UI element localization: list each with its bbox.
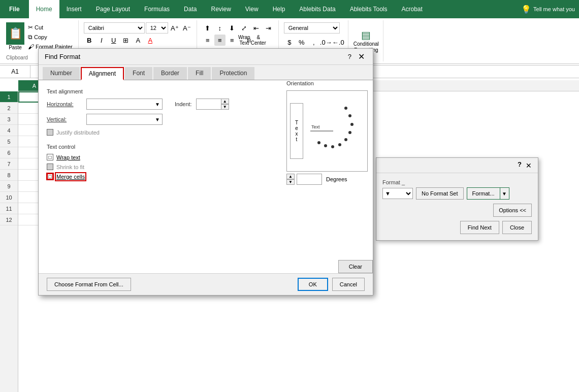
copy-btn[interactable]: ⧉ Copy [26, 33, 74, 41]
format-btn-dropdown[interactable]: ▼ [500, 187, 509, 200]
decrease-font-btn[interactable]: A⁻ [181, 22, 192, 34]
svg-point-3 [348, 131, 351, 134]
justify-distributed-checkbox[interactable] [47, 129, 53, 136]
bold-btn[interactable]: B [84, 35, 95, 46]
row-num-4[interactable]: 4 [0, 125, 18, 136]
tab-formulas[interactable]: Formulas [137, 0, 177, 18]
find-replace-close-btn[interactable]: ✕ [524, 160, 534, 171]
indent-up-btn[interactable]: ▲ [221, 99, 229, 104]
tab-file[interactable]: File [0, 0, 29, 18]
degrees-spinner: ▲ ▼ [286, 174, 295, 185]
degrees-up-btn[interactable]: ▲ [286, 174, 295, 179]
row-num-5[interactable]: 5 [0, 136, 18, 147]
indent-down-btn[interactable]: ▼ [221, 104, 229, 110]
increase-decimal-btn[interactable]: .0→ [320, 37, 332, 48]
find-format-close-btn[interactable]: ✕ [356, 51, 367, 62]
tab-data[interactable]: Data [177, 0, 204, 18]
tab-alignment[interactable]: Alignment [81, 67, 124, 80]
degrees-down-btn[interactable]: ▼ [286, 179, 295, 185]
number-format-select[interactable]: General [284, 22, 340, 34]
align-middle-btn[interactable]: ↕ [214, 22, 226, 34]
decrease-decimal-btn[interactable]: ←.0 [333, 37, 344, 48]
tab-ablebits-tools[interactable]: Ablebits Tools [343, 0, 395, 18]
tab-insert[interactable]: Insert [59, 0, 89, 18]
tab-ablebits-data[interactable]: Ablebits Data [292, 0, 342, 18]
align-left-btn[interactable]: ≡ [202, 35, 213, 46]
align-center-btn[interactable]: ≡ [214, 35, 226, 46]
find-next-btn[interactable]: Find Next [460, 221, 499, 234]
tab-insert-label: Insert [67, 6, 82, 13]
vertical-align-dropdown[interactable]: ▼ [86, 114, 163, 125]
choose-format-from-cell-btn[interactable]: Choose Format From Cell... [47, 278, 131, 291]
cut-btn[interactable]: ✂ Cut [26, 23, 74, 31]
row-num-2[interactable]: 2 [0, 103, 18, 114]
tab-help[interactable]: Help [266, 0, 293, 18]
merge-center-btn[interactable]: ⊟ & Center [251, 35, 262, 46]
tab-review[interactable]: Review [204, 0, 238, 18]
cancel-btn[interactable]: Cancel [332, 278, 365, 291]
row-num-7[interactable]: 7 [0, 158, 18, 170]
row-num-1[interactable]: 1 [0, 91, 18, 103]
find-format-question-btn[interactable]: ? [348, 53, 351, 60]
shrink-to-fit-checkbox[interactable] [47, 164, 53, 170]
close-dialog-btn[interactable]: Close [502, 221, 532, 234]
clear-btn[interactable]: Clear [338, 260, 373, 273]
wrap-text-checkbox[interactable]: □ [47, 154, 53, 160]
row-num-6[interactable]: 6 [0, 147, 18, 158]
font-color-btn[interactable]: A [145, 35, 156, 46]
align-right-btn[interactable]: ≡ [227, 35, 238, 46]
indent-input[interactable] [196, 99, 221, 110]
tab-page-layout[interactable]: Page Layout [89, 0, 137, 18]
tab-view[interactable]: View [238, 0, 266, 18]
row-num-9[interactable]: 9 [0, 181, 18, 192]
border-btn[interactable]: ⊞ [120, 35, 132, 46]
vertical-align-arrow: ▼ [155, 117, 160, 122]
find-replace-question-btn[interactable]: ? [518, 160, 522, 171]
fill-color-btn[interactable]: A [133, 35, 144, 46]
tab-fill[interactable]: Fill [188, 67, 211, 80]
indent-decrease-btn[interactable]: ⇤ [251, 22, 262, 34]
tab-acrobat[interactable]: Acrobat [395, 0, 430, 18]
ok-btn[interactable]: OK [298, 278, 328, 291]
orientation-dial[interactable]: Text [305, 98, 367, 164]
font-size-select[interactable]: 12 [146, 22, 168, 34]
merge-cells-label: Merge cells [56, 174, 85, 180]
align-top-btn[interactable]: ⬆ [202, 22, 213, 34]
find-format-body: Text alignment Horizontal: ▼ Indent: ▲ ▼ [39, 80, 373, 273]
paste-btn[interactable]: 📋 Paste [6, 22, 24, 50]
row-num-8[interactable]: 8 [0, 170, 18, 181]
row-num-10[interactable]: 10 [0, 192, 18, 203]
increase-font-btn[interactable]: A⁺ [169, 22, 180, 34]
tab-ablebits-tools-label: Ablebits Tools [350, 6, 388, 13]
tab-home[interactable]: Home [29, 0, 59, 18]
row-num-11[interactable]: 11 [0, 203, 18, 214]
italic-btn[interactable]: I [96, 35, 107, 46]
format-dropdown[interactable]: ▼ [382, 188, 413, 199]
underline-btn[interactable]: U [108, 35, 119, 46]
percent-btn[interactable]: % [296, 37, 307, 48]
paste-icon: 📋 [6, 22, 24, 45]
align-bottom-btn[interactable]: ⬇ [227, 22, 238, 34]
no-format-btn[interactable]: No Format Set [416, 187, 464, 200]
tell-me-area[interactable]: 💡 Tell me what you [430, 0, 579, 18]
text-direction-btn[interactable]: ⤢ [239, 22, 250, 34]
indent-increase-btn[interactable]: ⇥ [263, 22, 274, 34]
row-num-12[interactable]: 12 [0, 214, 18, 225]
svg-point-1 [348, 114, 351, 117]
horizontal-align-dropdown[interactable]: ▼ [86, 99, 163, 110]
cell-reference-box[interactable]: A1 [0, 66, 30, 78]
options-btn[interactable]: Options << [493, 204, 532, 217]
tab-border[interactable]: Border [153, 67, 187, 80]
degrees-row: ▲ ▼ Degrees [286, 174, 373, 185]
degrees-input[interactable] [297, 174, 322, 185]
merge-cells-checkbox[interactable]: □ [47, 173, 53, 180]
tab-number[interactable]: Number [43, 67, 80, 80]
currency-btn[interactable]: $ [284, 37, 295, 48]
find-format-footer: Choose Format From Cell... OK Cancel [39, 273, 373, 295]
tab-protection[interactable]: Protection [212, 67, 254, 80]
font-name-select[interactable]: Calibri [84, 22, 145, 34]
row-num-3[interactable]: 3 [0, 114, 18, 125]
comma-btn[interactable]: , [308, 37, 319, 48]
format-btn[interactable]: Format... [467, 187, 500, 200]
tab-font[interactable]: Font [125, 67, 152, 80]
